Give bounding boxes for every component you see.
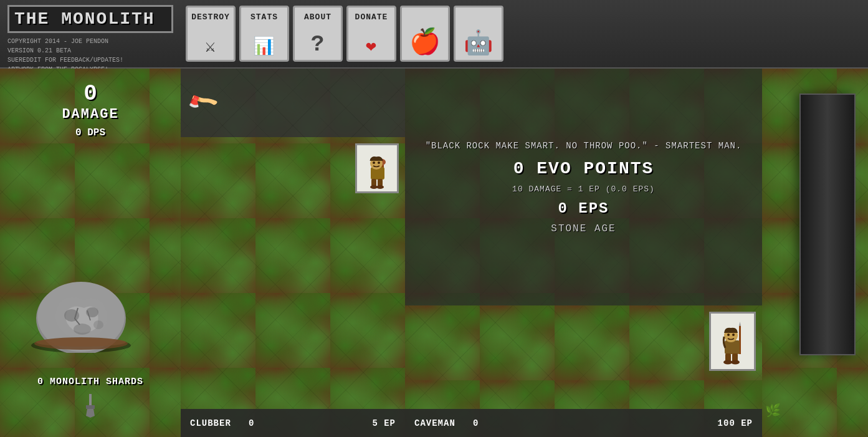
clubber-sprite — [361, 148, 393, 189]
clubber-section: CLUBBER 0 5 EP — [181, 137, 405, 437]
svg-point-6 — [93, 320, 103, 329]
nav-stats-label: STATS — [250, 12, 278, 22]
right-panel: "BLACK ROCK MAKE SMART. NO THROW POO." -… — [405, 69, 762, 437]
svg-rect-10 — [86, 405, 95, 409]
svg-point-17 — [378, 161, 380, 164]
clubber-info-bar[interactable]: CLUBBER 0 5 EP — [181, 409, 405, 437]
caveman-name: CAVEMAN — [414, 418, 455, 428]
stats-button[interactable]: STATS 📊 — [239, 6, 289, 62]
clubber-name: CLUBBER — [190, 418, 231, 428]
destroy-button[interactable]: DESTROY ⚔ — [186, 6, 236, 62]
svg-point-27 — [732, 334, 735, 336]
weapon-icon: 🪓 — [185, 85, 221, 121]
header: THE MONOLITH COPYRIGHT 2014 - JOE PENDON… — [0, 0, 868, 69]
caveman-ep: 100 EP — [718, 418, 753, 428]
caveman-tile-area — [405, 305, 762, 409]
caveman-count: 0 — [473, 418, 479, 428]
quote-text: "BLACK ROCK MAKE SMART. NO THROW POO." -… — [426, 140, 742, 153]
game-title: THE MONOLITH — [7, 5, 173, 33]
clubber-tile-area — [181, 137, 405, 409]
clubber-ep: 5 EP — [372, 418, 396, 428]
about-button[interactable]: ABOUT ? — [293, 6, 343, 62]
shards-label: 0 MONOLITH SHARDS — [0, 377, 181, 387]
caveman-name-count: CAVEMAN 0 — [414, 418, 479, 428]
svg-rect-24 — [725, 340, 740, 354]
plant-decoration: 🌿 — [765, 403, 781, 418]
monolith-rock[interactable] — [25, 259, 137, 353]
clubber-card[interactable] — [355, 143, 399, 193]
version-text: VERSION 0.21 BETA — [7, 46, 173, 55]
caveman-card[interactable] — [709, 312, 756, 371]
caveman-section: CAVEMAN 0 100 EP — [405, 305, 762, 437]
donate-icon: ❤ — [366, 39, 377, 56]
rock-container[interactable] — [19, 256, 143, 356]
ios-button[interactable]: 🍎 — [400, 6, 450, 62]
svg-point-26 — [727, 334, 730, 336]
svg-point-21 — [376, 185, 384, 189]
title-area: THE MONOLITH COPYRIGHT 2014 - JOE PENDON… — [0, 0, 181, 67]
svg-point-31 — [731, 360, 740, 364]
game-area: 0 DAMAGE 0 DPS — [0, 69, 868, 437]
nav-destroy-label: DESTROY — [191, 12, 230, 22]
about-icon: ? — [311, 34, 325, 56]
svg-point-16 — [373, 161, 375, 164]
evo-points-label: 0 EVO POINTS — [513, 159, 654, 178]
android-button[interactable]: 🤖 — [454, 6, 503, 62]
damage-number: 0 — [0, 81, 181, 107]
copyright-text: COPYRIGHT 2014 - JOE PENDON — [7, 37, 173, 46]
age-label: STONE AGE — [551, 223, 616, 234]
left-panel: 0 DAMAGE 0 DPS — [0, 69, 181, 437]
svg-marker-11 — [86, 409, 95, 418]
far-right-panel: 🌿 — [762, 69, 868, 437]
android-icon: 🤖 — [464, 32, 494, 56]
nav-buttons: DESTROY ⚔ STATS 📊 ABOUT ? DONATE ❤ 🍎 🤖 — [181, 0, 508, 67]
destroy-icon: ⚔ — [205, 39, 216, 56]
clubber-name-count: CLUBBER 0 — [190, 418, 254, 428]
stats-panel: "BLACK ROCK MAKE SMART. NO THROW POO." -… — [405, 69, 762, 305]
nav-donate-label: DONATE — [355, 12, 388, 22]
nav-about-label: ABOUT — [304, 12, 331, 22]
caveman-info-bar[interactable]: CAVEMAN 0 100 EP — [405, 409, 762, 437]
caveman-sprite — [715, 317, 750, 367]
weapon-slot: 🪓 — [181, 69, 405, 137]
svg-marker-23 — [739, 322, 741, 326]
damage-label: DAMAGE — [0, 107, 181, 122]
eps-label: 0 EPS — [558, 200, 609, 217]
damage-ep-info: 10 DAMAGE = 1 EP (0.0 EPS) — [512, 185, 655, 194]
apple-icon: 🍎 — [409, 31, 441, 56]
reddit-text: SUEREDDIT FOR FEEDBACK/UPDATES! — [7, 55, 173, 65]
svg-point-8 — [36, 338, 126, 347]
damage-display: 0 DAMAGE 0 DPS — [0, 81, 181, 138]
mid-panel: 🪓 — [181, 69, 405, 437]
dps-label: 0 DPS — [0, 127, 181, 138]
clubber-count: 0 — [249, 418, 254, 428]
monolith-shape — [799, 94, 856, 355]
donate-button[interactable]: DONATE ❤ — [346, 6, 396, 62]
svg-point-30 — [723, 360, 732, 364]
cursor-icon — [81, 394, 100, 425]
stats-icon: 📊 — [253, 39, 275, 56]
svg-point-5 — [74, 324, 91, 335]
